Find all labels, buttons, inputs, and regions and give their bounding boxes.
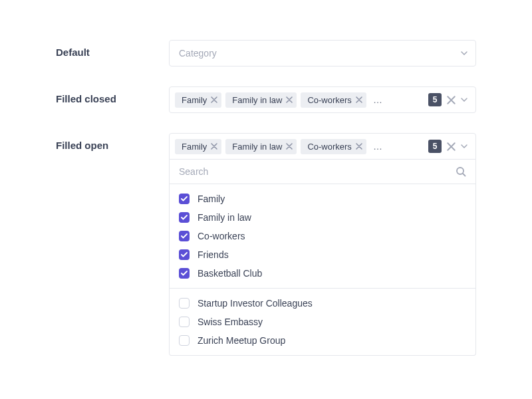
option-label: Friends — [198, 249, 229, 260]
chip-family[interactable]: Family — [175, 139, 221, 154]
chip-label: Family — [182, 142, 207, 152]
select-filled-closed[interactable]: Family Family in law Co-workers … 5 — [169, 86, 476, 113]
row-filled-open: Filled open Family Family in law Co-work… — [56, 133, 476, 356]
option-friends[interactable]: Friends — [170, 245, 475, 264]
option-swiss-embassy[interactable]: Swiss Embassy — [170, 313, 475, 331]
search-row — [170, 160, 475, 184]
close-icon[interactable] — [286, 143, 293, 150]
close-icon[interactable] — [211, 143, 217, 150]
close-icon[interactable] — [356, 143, 362, 150]
checkbox-checked-icon[interactable] — [179, 194, 190, 204]
clear-all-icon[interactable] — [447, 142, 456, 151]
chip-label: Co-workers — [307, 95, 351, 105]
chip-label: Family in law — [232, 95, 282, 105]
options-unchecked-group: Startup Investor Colleagues Swiss Embass… — [170, 288, 475, 355]
checkbox-checked-icon[interactable] — [179, 231, 190, 241]
option-label: Family — [198, 194, 225, 204]
option-family[interactable]: Family — [170, 190, 475, 208]
control-filled-closed: Family Family in law Co-workers … 5 — [169, 86, 476, 113]
select-controls: 5 — [428, 140, 470, 153]
chevron-down-icon[interactable] — [461, 98, 467, 102]
option-label: Zurich Meetup Group — [198, 335, 285, 346]
chevron-down-icon[interactable] — [461, 144, 467, 148]
option-label: Co-workers — [198, 231, 245, 241]
label-filled-open: Filled open — [56, 133, 169, 151]
label-default: Default — [56, 40, 169, 58]
overflow-indicator: … — [370, 141, 385, 152]
option-startup-investor-colleagues[interactable]: Startup Investor Colleagues — [170, 294, 475, 313]
checkbox-unchecked-icon[interactable] — [179, 298, 190, 309]
count-badge: 5 — [428, 93, 442, 106]
chevron-down-icon[interactable] — [461, 51, 467, 55]
select-filled-open[interactable]: Family Family in law Co-workers … 5 — [169, 133, 476, 160]
overflow-indicator: … — [370, 94, 385, 105]
option-family-in-law[interactable]: Family in law — [170, 208, 475, 227]
clear-all-icon[interactable] — [447, 96, 456, 104]
chip-co-workers[interactable]: Co-workers — [301, 92, 366, 108]
row-filled-closed: Filled closed Family Family in law Co-wo… — [56, 86, 476, 113]
chip-label: Family in law — [232, 142, 282, 152]
chip-label: Family — [182, 95, 207, 105]
checkbox-checked-icon[interactable] — [179, 212, 190, 223]
select-controls: 5 — [428, 93, 470, 106]
checkbox-checked-icon[interactable] — [179, 249, 190, 260]
options-checked-group: Family Family in law Co-workers — [170, 184, 475, 288]
count-badge: 5 — [428, 140, 442, 153]
chip-co-workers[interactable]: Co-workers — [301, 139, 366, 154]
row-default: Default Category — [56, 40, 476, 66]
option-co-workers[interactable]: Co-workers — [170, 227, 475, 245]
option-label: Family in law — [198, 212, 251, 223]
label-filled-closed: Filled closed — [56, 86, 169, 104]
control-default: Category — [169, 40, 476, 66]
option-zurich-meetup-group[interactable]: Zurich Meetup Group — [170, 331, 475, 350]
chip-label: Co-workers — [307, 142, 351, 152]
search-icon[interactable] — [456, 166, 466, 177]
control-filled-open: Family Family in law Co-workers … 5 — [169, 133, 476, 356]
chip-family[interactable]: Family — [175, 92, 221, 108]
close-icon[interactable] — [356, 96, 362, 103]
checkbox-unchecked-icon[interactable] — [179, 317, 190, 327]
option-label: Swiss Embassy — [198, 317, 263, 327]
option-label: Basketball Club — [198, 268, 262, 279]
close-icon[interactable] — [286, 96, 293, 103]
checkbox-unchecked-icon[interactable] — [179, 335, 190, 346]
close-icon[interactable] — [211, 96, 217, 103]
dropdown-panel: Family Family in law Co-workers — [169, 160, 476, 356]
search-input[interactable] — [179, 166, 456, 177]
option-label: Startup Investor Colleagues — [198, 298, 313, 309]
select-default[interactable]: Category — [169, 40, 476, 66]
chip-family-in-law[interactable]: Family in law — [225, 139, 297, 154]
option-basketball-club[interactable]: Basketball Club — [170, 264, 475, 283]
checkbox-checked-icon[interactable] — [179, 268, 190, 279]
select-default-placeholder: Category — [175, 48, 457, 59]
chip-family-in-law[interactable]: Family in law — [225, 92, 297, 108]
